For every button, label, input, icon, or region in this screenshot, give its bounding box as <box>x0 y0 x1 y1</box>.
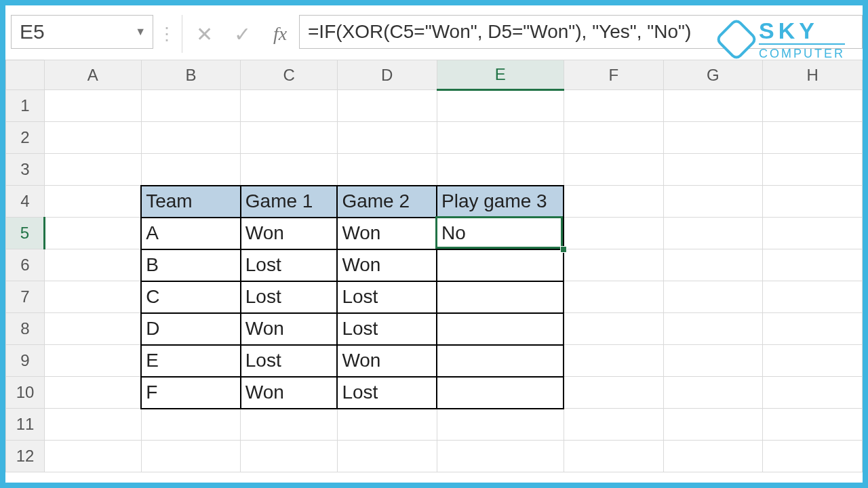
cell[interactable] <box>45 281 142 313</box>
cell[interactable] <box>763 122 863 154</box>
formula-input[interactable]: =IF(XOR(C5="Won", D5="Won"), "Yes", "No"… <box>299 15 863 49</box>
cell[interactable] <box>763 313 863 345</box>
cell[interactable] <box>763 154 863 186</box>
col-header-B[interactable]: B <box>141 60 241 90</box>
cell[interactable] <box>763 249 863 281</box>
cell-D8[interactable]: Lost <box>337 313 437 345</box>
cell-E8[interactable] <box>437 313 564 345</box>
cell-D10[interactable]: Lost <box>337 377 437 409</box>
cell[interactable] <box>241 441 338 472</box>
cell-D7[interactable]: Lost <box>337 281 437 313</box>
cell[interactable] <box>663 345 763 377</box>
col-header-H[interactable]: H <box>763 60 863 90</box>
cell[interactable] <box>437 154 564 186</box>
row-header-11[interactable]: 11 <box>6 409 45 441</box>
accept-formula-button[interactable]: ✓ <box>223 15 261 53</box>
chevron-down-icon[interactable]: ▼ <box>135 26 146 38</box>
col-header-G[interactable]: G <box>663 60 763 90</box>
cell[interactable] <box>763 186 863 218</box>
col-header-C[interactable]: C <box>241 60 338 90</box>
cell[interactable] <box>564 122 663 154</box>
col-header-A[interactable]: A <box>45 60 142 90</box>
select-all-corner[interactable] <box>6 60 45 90</box>
cell[interactable] <box>663 154 763 186</box>
cell[interactable] <box>663 281 763 313</box>
col-header-F[interactable]: F <box>564 60 663 90</box>
cell-C6[interactable]: Lost <box>241 249 338 281</box>
cell[interactable] <box>241 154 338 186</box>
cell[interactable] <box>241 122 338 154</box>
cell[interactable] <box>45 186 142 218</box>
cell[interactable] <box>564 377 663 409</box>
row-header-8[interactable]: 8 <box>6 313 45 345</box>
cell[interactable] <box>564 90 663 122</box>
cell-B5[interactable]: A <box>141 218 241 249</box>
cell-C10[interactable]: Won <box>241 377 338 409</box>
cell-E7[interactable] <box>437 281 564 313</box>
cell[interactable] <box>141 154 241 186</box>
cell-E5[interactable]: No <box>437 218 564 249</box>
cell[interactable] <box>45 377 142 409</box>
cancel-formula-button[interactable]: ✕ <box>185 15 223 53</box>
more-icon[interactable]: ⋮ <box>153 15 179 53</box>
cell[interactable] <box>45 409 142 441</box>
cell-B8[interactable]: D <box>141 313 241 345</box>
cell[interactable] <box>437 441 564 472</box>
row-header-5[interactable]: 5 <box>6 218 45 249</box>
cell[interactable] <box>45 218 142 249</box>
cell-C5[interactable]: Won <box>241 218 338 249</box>
cell[interactable] <box>663 313 763 345</box>
cell[interactable] <box>564 218 663 249</box>
cell[interactable] <box>663 218 763 249</box>
cell[interactable] <box>141 441 241 472</box>
cell-D5[interactable]: Won <box>337 218 437 249</box>
cell-D9[interactable]: Won <box>337 345 437 377</box>
cell[interactable] <box>564 345 663 377</box>
cell[interactable] <box>45 122 142 154</box>
cell[interactable] <box>663 377 763 409</box>
cell[interactable] <box>141 90 241 122</box>
row-header-4[interactable]: 4 <box>6 186 45 218</box>
row-header-6[interactable]: 6 <box>6 249 45 281</box>
cell[interactable] <box>241 90 338 122</box>
cell[interactable] <box>45 154 142 186</box>
row-header-1[interactable]: 1 <box>6 90 45 122</box>
cell[interactable] <box>564 313 663 345</box>
fx-icon[interactable]: fx <box>261 15 299 53</box>
cell[interactable] <box>564 409 663 441</box>
cell-E6[interactable] <box>437 249 564 281</box>
cell[interactable] <box>45 441 142 472</box>
fill-handle[interactable] <box>560 246 567 253</box>
cell[interactable] <box>564 186 663 218</box>
cell-C7[interactable]: Lost <box>241 281 338 313</box>
cell[interactable] <box>45 345 142 377</box>
cell-B7[interactable]: C <box>141 281 241 313</box>
cell-E10[interactable] <box>437 377 564 409</box>
spreadsheet-grid[interactable]: A B C D E F G H 1 2 3 4 Team Game 1 Game… <box>5 60 863 472</box>
cell[interactable] <box>763 409 863 441</box>
cell-C9[interactable]: Lost <box>241 345 338 377</box>
cell[interactable] <box>564 154 663 186</box>
cell[interactable] <box>45 90 142 122</box>
cell[interactable] <box>437 409 564 441</box>
cell-C8[interactable]: Won <box>241 313 338 345</box>
row-header-7[interactable]: 7 <box>6 281 45 313</box>
row-header-2[interactable]: 2 <box>6 122 45 154</box>
cell[interactable] <box>241 409 338 441</box>
cell[interactable] <box>437 90 564 122</box>
cell[interactable] <box>337 90 437 122</box>
cell[interactable] <box>564 441 663 472</box>
cell[interactable] <box>337 441 437 472</box>
cell[interactable] <box>337 409 437 441</box>
cell[interactable] <box>763 90 863 122</box>
table-header-pg3[interactable]: Play game 3 <box>437 186 564 218</box>
name-box[interactable]: E5 ▼ <box>11 15 153 49</box>
cell-E9[interactable] <box>437 345 564 377</box>
cell[interactable] <box>763 377 863 409</box>
cell-B9[interactable]: E <box>141 345 241 377</box>
cell[interactable] <box>663 441 763 472</box>
cell[interactable] <box>663 122 763 154</box>
cell[interactable] <box>663 249 763 281</box>
cell[interactable] <box>45 249 142 281</box>
col-header-D[interactable]: D <box>337 60 437 90</box>
